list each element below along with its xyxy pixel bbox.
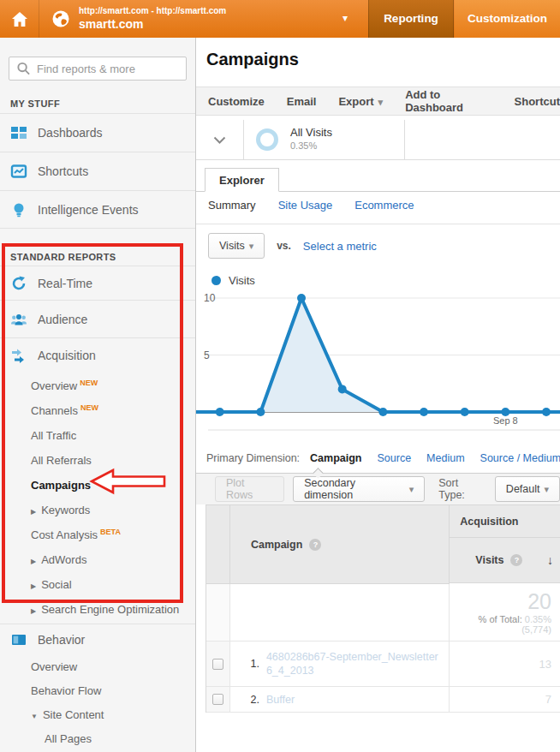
- legend-label: Visits: [229, 274, 255, 287]
- sidebar-item-all-referrals[interactable]: All Referrals: [0, 448, 195, 473]
- tab-reporting[interactable]: Reporting: [368, 0, 454, 38]
- summary-campaign-cell: [230, 584, 450, 641]
- tab-explorer[interactable]: Explorer: [205, 168, 279, 192]
- my-stuff-header: MY STUFF: [10, 98, 195, 109]
- sidebar-item-all-pages[interactable]: All Pages: [0, 726, 195, 750]
- shortcuts-icon: [10, 163, 27, 180]
- subtab-summary[interactable]: Summary: [208, 199, 256, 212]
- sidebar-item-behavior-overview[interactable]: Overview: [0, 654, 195, 678]
- real-time-icon: [10, 275, 27, 292]
- sidebar-item-channels[interactable]: ChannelsNEW: [0, 398, 195, 423]
- main-content: Campaigns Customize Email Export Add to …: [196, 38, 560, 752]
- segment-all-visits[interactable]: All Visits 0.35%: [244, 120, 405, 160]
- sidebar-item-label: Cost Analysis: [31, 528, 98, 541]
- sort-type-label: Sort Type:: [438, 477, 486, 501]
- new-badge: NEW: [80, 379, 98, 387]
- sidebar-item-all-traffic[interactable]: All Traffic: [0, 423, 195, 448]
- sidebar-item-shortcuts[interactable]: Shortcuts: [0, 152, 195, 190]
- sidebar-item-acq-overview[interactable]: OverviewNEW: [0, 373, 195, 398]
- help-icon[interactable]: ?: [510, 554, 522, 566]
- expand-triangle-icon: [31, 603, 41, 616]
- vs-label: vs.: [277, 240, 291, 252]
- expand-triangle-icon: [31, 578, 41, 591]
- sidebar-item-label: Dashboards: [38, 126, 103, 140]
- customize-button[interactable]: Customize: [208, 95, 265, 108]
- sidebar-item-site-content[interactable]: Site Content: [0, 702, 195, 726]
- sidebar-item-behavior-flow[interactable]: Behavior Flow: [0, 678, 195, 702]
- sidebar-item-keywords[interactable]: Keywords: [0, 498, 195, 522]
- dimension-source-medium[interactable]: Source / Medium: [480, 452, 560, 464]
- home-button[interactable]: [0, 0, 39, 38]
- campaign-column-header[interactable]: Campaign ?: [230, 505, 450, 584]
- sort-type-dropdown[interactable]: Default: [495, 476, 560, 502]
- sidebar-item-acquisition[interactable]: Acquisition: [0, 337, 195, 372]
- acquisition-group-header: Acquisition: [450, 505, 560, 538]
- row-index: 2.: [241, 694, 259, 706]
- sort-descending-icon[interactable]: ↓: [547, 553, 553, 567]
- sidebar-item-label: All Traffic: [31, 429, 76, 442]
- sidebar-item-seo[interactable]: Search Engine Optimization: [0, 597, 195, 622]
- sidebar-item-behavior[interactable]: Behavior: [0, 624, 195, 654]
- subtab-site-usage[interactable]: Site Usage: [278, 199, 333, 212]
- add-to-dashboard-button[interactable]: Add to Dashboard: [405, 88, 491, 114]
- dimension-medium[interactable]: Medium: [426, 452, 464, 464]
- select-metric-link[interactable]: Select a metric: [303, 240, 377, 253]
- sidebar-item-label: All Pages: [45, 732, 92, 745]
- behavior-icon: [10, 631, 27, 648]
- dashboards-icon: [10, 124, 27, 141]
- sidebar-item-label: Search Engine Optimization: [41, 603, 179, 616]
- home-icon: [10, 10, 29, 27]
- sidebar-item-label: Overview: [31, 379, 77, 392]
- collapse-triangle-icon: [31, 708, 43, 721]
- segment-percent: 0.35%: [290, 140, 317, 151]
- subtab-ecommerce[interactable]: Ecommerce: [354, 199, 414, 212]
- metric-dropdown[interactable]: Visits: [208, 233, 265, 259]
- segment-name: All Visits: [290, 126, 332, 139]
- summary-visits-cell: 20 % of Total: 0.35% (5,774): [450, 584, 560, 641]
- table-row: 2. Buffer 7: [206, 687, 560, 713]
- search-input[interactable]: [37, 63, 188, 75]
- segment-row: All Visits 0.35%: [196, 120, 560, 160]
- visits-chart[interactable]: 510Sep 8: [196, 288, 560, 442]
- visits-total: 20: [458, 589, 551, 614]
- row-checkbox[interactable]: [212, 659, 223, 670]
- email-button[interactable]: Email: [287, 95, 317, 108]
- dimension-campaign[interactable]: Campaign: [310, 452, 361, 464]
- help-icon[interactable]: ?: [309, 539, 321, 551]
- account-selector[interactable]: http://smartt.com - http://smartt.com sm…: [51, 0, 226, 38]
- sidebar-item-adwords[interactable]: AdWords: [0, 547, 195, 572]
- visits-column-header[interactable]: Visits ? ↓: [450, 538, 560, 583]
- sidebar-item-intelligence-events[interactable]: Intelligence Events: [0, 190, 195, 229]
- sidebar-item-label: Behavior: [38, 633, 85, 647]
- table-header: Campaign ? Acquisition Visits ? ↓: [206, 505, 560, 584]
- campaign-header-label: Campaign: [251, 539, 302, 551]
- sidebar-item-real-time[interactable]: Real-Time: [0, 266, 195, 300]
- tab-customization[interactable]: Customization: [455, 0, 560, 38]
- segment-collapse-button[interactable]: [196, 120, 244, 160]
- search-icon: [16, 60, 31, 77]
- primary-dimension-row: Primary Dimension: Campaign Source Mediu…: [206, 452, 560, 464]
- sidebar-item-dashboards[interactable]: Dashboards: [0, 113, 195, 152]
- visits-legend-dot-icon: [211, 276, 221, 285]
- dimension-source[interactable]: Source: [378, 452, 412, 464]
- export-button[interactable]: Export: [338, 95, 383, 108]
- sidebar-item-audience[interactable]: Audience: [0, 300, 195, 337]
- shortcut-button[interactable]: Shortcut: [515, 95, 560, 108]
- data-table: Campaign ? Acquisition Visits ? ↓ 20 % o…: [206, 504, 560, 713]
- row-index: 1.: [241, 658, 259, 670]
- account-dropdown-caret-icon[interactable]: ▾: [343, 12, 348, 24]
- sidebar-item-campaigns[interactable]: Campaigns: [0, 473, 195, 498]
- sidebar-item-label: Overview: [31, 660, 77, 673]
- sidebar-item-cost-analysis[interactable]: Cost AnalysisBETA: [0, 522, 195, 547]
- row-checkbox[interactable]: [212, 694, 223, 705]
- plot-rows-button[interactable]: Plot Rows: [215, 476, 284, 502]
- secondary-dimension-dropdown[interactable]: Secondary dimension: [293, 476, 425, 502]
- sidebar-item-social[interactable]: Social: [0, 572, 195, 597]
- search-box: [9, 57, 187, 81]
- segment-donut-icon: [256, 128, 278, 151]
- table-row: 1. 4680286b67-September_Newsletter6_4_20…: [206, 642, 560, 687]
- campaign-link[interactable]: 4680286b67-September_Newsletter6_4_2013: [266, 650, 449, 677]
- subtabs-divider: [196, 224, 560, 224]
- sidebar-item-label: Keywords: [41, 504, 90, 516]
- campaign-link[interactable]: Buffer: [266, 693, 301, 707]
